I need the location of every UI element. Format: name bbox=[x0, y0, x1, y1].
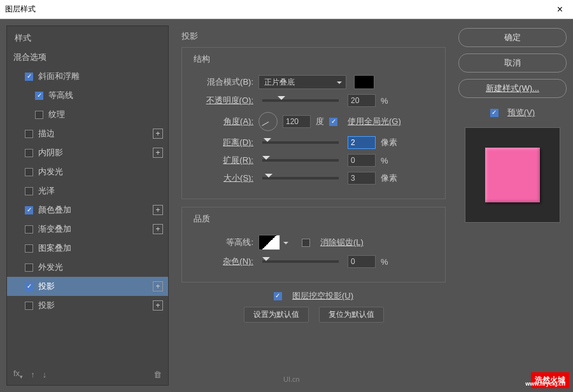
style-label: 等高线 bbox=[48, 90, 73, 101]
style-label: 颜色叠加 bbox=[38, 204, 71, 216]
distance-slider[interactable] bbox=[262, 141, 339, 144]
distance-input[interactable] bbox=[348, 136, 376, 149]
style-checkbox[interactable] bbox=[25, 130, 33, 138]
contour-picker[interactable] bbox=[258, 235, 280, 250]
style-label: 投影 bbox=[38, 281, 55, 292]
style-item-1[interactable]: 等高线 bbox=[7, 86, 168, 105]
add-effect-icon[interactable]: + bbox=[153, 148, 163, 158]
style-item-8[interactable]: 渐变叠加+ bbox=[7, 220, 168, 239]
style-label: 投影 bbox=[38, 300, 55, 311]
titlebar: 图层样式 × bbox=[0, 0, 573, 19]
style-checkbox[interactable] bbox=[25, 73, 33, 81]
style-label: 光泽 bbox=[38, 185, 55, 197]
blend-options-item[interactable]: 混合选项 bbox=[7, 48, 168, 67]
knockout-checkbox[interactable] bbox=[274, 292, 282, 300]
global-light-checkbox[interactable] bbox=[329, 118, 337, 126]
fx-icon[interactable]: fx▾ bbox=[13, 368, 23, 380]
style-label: 图案叠加 bbox=[38, 242, 71, 254]
shadow-color-swatch[interactable] bbox=[354, 75, 374, 89]
arrow-down-icon[interactable]: ↓ bbox=[43, 370, 47, 379]
style-checkbox[interactable] bbox=[25, 149, 33, 157]
style-item-6[interactable]: 光泽 bbox=[7, 181, 168, 200]
spread-slider[interactable] bbox=[262, 159, 339, 162]
style-item-11[interactable]: 投影+ bbox=[7, 277, 168, 296]
knockout-label: 图层挖空投影(U) bbox=[292, 290, 353, 302]
opacity-label: 不透明度(O): bbox=[191, 95, 253, 106]
style-item-2[interactable]: 纹理 bbox=[7, 105, 168, 124]
preview-toggle[interactable]: 预览(V) bbox=[458, 107, 567, 118]
style-item-10[interactable]: 外发光 bbox=[7, 258, 168, 277]
contour-label: 等高线: bbox=[191, 237, 253, 248]
style-item-12[interactable]: 投影+ bbox=[7, 296, 168, 315]
ui-logo: UI.cn bbox=[283, 375, 300, 383]
make-default-button[interactable]: 设置为默认值 bbox=[244, 307, 309, 323]
settings-panel: 投影 结构 混合模式(B): 正片叠底 不透明度(O): % 角度(A): 度 bbox=[175, 25, 452, 386]
reset-default-button[interactable]: 复位为默认值 bbox=[319, 307, 384, 323]
opacity-input[interactable] bbox=[348, 94, 376, 107]
noise-slider[interactable] bbox=[262, 260, 339, 263]
style-item-4[interactable]: 内阴影+ bbox=[7, 143, 168, 162]
style-checkbox[interactable] bbox=[35, 92, 43, 100]
quality-fieldset: 品质 等高线: 消除锯齿(L) 杂色(N): % bbox=[181, 207, 446, 283]
size-input[interactable] bbox=[348, 172, 376, 185]
quality-title: 品质 bbox=[191, 213, 213, 225]
distance-label: 距离(D): bbox=[191, 137, 253, 148]
style-checkbox[interactable] bbox=[25, 244, 33, 253]
structure-title: 结构 bbox=[191, 53, 213, 65]
style-checkbox[interactable] bbox=[25, 302, 33, 310]
watermark: 浩然火城 www.hryckj.cn bbox=[531, 372, 569, 388]
add-effect-icon[interactable]: + bbox=[153, 281, 163, 291]
trash-icon[interactable]: 🗑 bbox=[153, 370, 162, 379]
style-item-3[interactable]: 描边+ bbox=[7, 124, 168, 143]
noise-input[interactable] bbox=[348, 255, 376, 268]
style-checkbox[interactable] bbox=[25, 187, 33, 195]
new-style-button[interactable]: 新建样式(W)... bbox=[458, 79, 567, 98]
arrow-up-icon[interactable]: ↑ bbox=[31, 370, 35, 379]
global-light-label: 使用全局光(G) bbox=[348, 116, 401, 127]
noise-label: 杂色(N): bbox=[191, 256, 253, 267]
blend-mode-label: 混合模式(B): bbox=[191, 76, 253, 88]
angle-dial[interactable] bbox=[258, 112, 278, 131]
style-checkbox[interactable] bbox=[25, 206, 33, 214]
dialog-title: 图层样式 bbox=[5, 4, 36, 15]
ok-button[interactable]: 确定 bbox=[458, 28, 567, 47]
sidebar-footer: fx▾ ↑ ↓ 🗑 bbox=[7, 363, 168, 385]
antialias-checkbox[interactable] bbox=[302, 239, 310, 247]
size-slider[interactable] bbox=[262, 177, 339, 179]
style-label: 描边 bbox=[38, 128, 55, 139]
add-effect-icon[interactable]: + bbox=[153, 129, 163, 139]
style-checkbox[interactable] bbox=[25, 263, 33, 272]
blend-mode-dropdown[interactable]: 正片叠底 bbox=[258, 75, 346, 89]
structure-fieldset: 结构 混合模式(B): 正片叠底 不透明度(O): % 角度(A): 度 使用全… bbox=[181, 47, 446, 199]
style-checkbox[interactable] bbox=[25, 168, 33, 176]
add-effect-icon[interactable]: + bbox=[153, 205, 163, 215]
right-panel: 确定 取消 新建样式(W)... 预览(V) bbox=[458, 25, 567, 386]
dialog-body: 样式 混合选项 斜面和浮雕等高线纹理描边+内阴影+内发光光泽颜色叠加+渐变叠加+… bbox=[0, 19, 573, 392]
preview-swatch bbox=[485, 148, 540, 202]
style-checkbox[interactable] bbox=[25, 225, 33, 234]
style-checkbox[interactable] bbox=[35, 111, 43, 119]
panel-title: 投影 bbox=[181, 31, 446, 42]
style-label: 外发光 bbox=[38, 262, 63, 273]
close-icon[interactable]: × bbox=[552, 4, 568, 15]
style-label: 纹理 bbox=[48, 109, 65, 120]
style-label: 斜面和浮雕 bbox=[38, 71, 80, 82]
angle-label: 角度(A): bbox=[191, 116, 253, 127]
spread-input[interactable] bbox=[348, 154, 376, 167]
style-item-9[interactable]: 图案叠加 bbox=[7, 239, 168, 258]
antialias-label: 消除锯齿(L) bbox=[320, 237, 364, 248]
add-effect-icon[interactable]: + bbox=[153, 300, 163, 311]
angle-input[interactable] bbox=[283, 115, 311, 128]
style-checkbox[interactable] bbox=[25, 283, 33, 291]
size-label: 大小(S): bbox=[191, 172, 253, 184]
style-item-7[interactable]: 颜色叠加+ bbox=[7, 200, 168, 220]
cancel-button[interactable]: 取消 bbox=[458, 53, 567, 73]
opacity-slider[interactable] bbox=[262, 99, 339, 102]
styles-header[interactable]: 样式 bbox=[7, 26, 168, 48]
style-label: 内发光 bbox=[38, 166, 63, 178]
style-item-0[interactable]: 斜面和浮雕 bbox=[7, 67, 168, 86]
style-label: 内阴影 bbox=[38, 147, 63, 158]
add-effect-icon[interactable]: + bbox=[153, 224, 163, 234]
preview-checkbox[interactable] bbox=[490, 109, 499, 117]
style-item-5[interactable]: 内发光 bbox=[7, 162, 168, 181]
